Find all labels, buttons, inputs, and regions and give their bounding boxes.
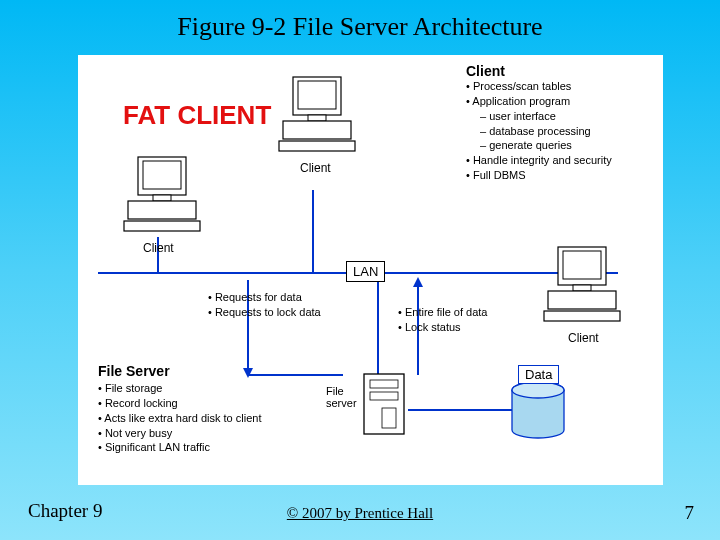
svg-rect-18 [298, 81, 336, 109]
file-server-bullets: File storage Record locking Acts like ex… [98, 381, 328, 455]
client-bullets: Process/scan tables Application program … [466, 79, 656, 183]
svg-rect-25 [548, 291, 616, 309]
footer-copyright: © 2007 by Prentice Hall [0, 505, 720, 522]
file-server-small-label: File server [326, 385, 357, 409]
svg-rect-28 [370, 380, 398, 388]
svg-rect-23 [563, 251, 601, 279]
client-computer-icon [538, 245, 628, 325]
client-computer-icon [118, 155, 208, 235]
svg-rect-26 [544, 311, 620, 321]
client-computer-icon [273, 75, 363, 155]
svg-rect-24 [573, 285, 591, 291]
file-server-heading: File Server [98, 363, 170, 379]
svg-rect-19 [308, 115, 326, 121]
svg-point-32 [512, 382, 564, 398]
svg-rect-30 [382, 408, 396, 428]
client-label-right: Client [568, 331, 599, 345]
svg-rect-29 [370, 392, 398, 400]
svg-rect-21 [279, 141, 355, 151]
data-label: Data [518, 365, 559, 384]
svg-marker-6 [243, 368, 253, 378]
svg-marker-9 [413, 277, 423, 287]
diagram-area: FAT CLIENT Client Process/scan tables Ap… [78, 55, 663, 485]
client-heading: Client [466, 63, 505, 79]
figure-title: Figure 9-2 File Server Architecture [0, 0, 720, 48]
data-cylinder-icon [508, 380, 568, 445]
lan-box: LAN [346, 261, 385, 282]
svg-rect-13 [143, 161, 181, 189]
file-server-icon [360, 370, 410, 440]
svg-rect-14 [153, 195, 171, 201]
svg-rect-15 [128, 201, 196, 219]
svg-rect-16 [124, 221, 200, 231]
client-label-mid: Client [300, 161, 331, 175]
fat-client-label: FAT CLIENT [123, 100, 271, 131]
client-label-left: Client [143, 241, 174, 255]
footer-page-number: 7 [685, 502, 695, 524]
requests-bullets: Requests for data Requests to lock data [208, 290, 321, 320]
entire-file-bullets: Entire file of data Lock status [398, 305, 487, 335]
svg-rect-20 [283, 121, 351, 139]
